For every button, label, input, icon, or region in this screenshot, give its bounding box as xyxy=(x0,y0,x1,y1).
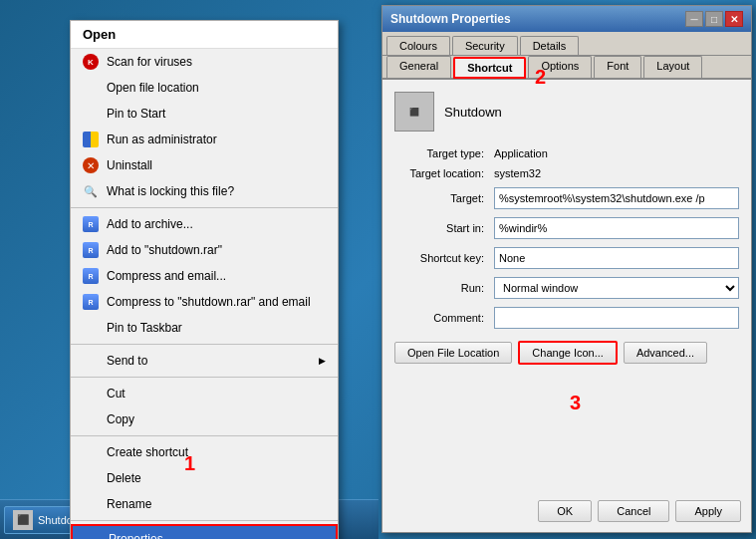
uninstall-icon: ✕ xyxy=(83,157,99,173)
dialog-footer: OK Cancel Apply xyxy=(538,500,741,522)
winrar-icon-2: R xyxy=(83,242,99,258)
open-file-location-button[interactable]: Open File Location xyxy=(394,342,512,364)
input-target[interactable] xyxy=(494,187,739,209)
ok-button[interactable]: OK xyxy=(538,500,592,522)
input-comment[interactable] xyxy=(494,307,739,329)
menu-item-cut[interactable]: Cut xyxy=(71,381,338,406)
separator-4 xyxy=(71,435,338,436)
annotation-1: 1 xyxy=(184,452,195,475)
change-icon-button[interactable]: Change Icon... xyxy=(518,341,618,365)
winrar-icon-4: R xyxy=(83,294,99,310)
properties-icon xyxy=(85,531,101,539)
tab-row-bottom: General Shortcut Options Font Layout xyxy=(382,56,751,80)
shutdown-properties-dialog: Shutdown Properties ─ □ ✕ Colours Securi… xyxy=(381,5,752,533)
copy-icon xyxy=(83,411,99,427)
field-target-type: Target type: Application xyxy=(394,147,739,159)
menu-item-pin-start[interactable]: Pin to Start xyxy=(71,101,338,127)
menu-item-send-to[interactable]: Send to xyxy=(71,348,338,374)
value-target-type: Application xyxy=(494,147,739,159)
field-shortcut-key: Shortcut key: xyxy=(394,247,739,269)
cut-icon xyxy=(83,386,99,402)
field-target-location: Target location: system32 xyxy=(394,167,739,179)
menu-item-properties[interactable]: Properties xyxy=(71,524,338,539)
desktop: Open K Scan for viruses Open file locati… xyxy=(0,0,756,539)
menu-item-add-rar[interactable]: R Add to "shutdown.rar" xyxy=(71,237,338,263)
tab-row-top: Colours Security Details xyxy=(382,32,751,56)
winrar-icon-3: R xyxy=(83,268,99,284)
input-shortcut-key[interactable] xyxy=(494,247,739,269)
menu-item-compress-rar-email[interactable]: R Compress to "shutdown.rar" and email xyxy=(71,289,338,315)
pin-icon xyxy=(83,106,99,122)
lock-icon: 🔍 xyxy=(83,183,99,199)
menu-item-compress-email[interactable]: R Compress and email... xyxy=(71,263,338,289)
taskbar-pin-icon xyxy=(83,320,99,336)
separator-2 xyxy=(71,344,338,345)
menu-item-delete[interactable]: Delete xyxy=(71,465,338,491)
field-run: Run: Normal window xyxy=(394,277,739,299)
select-run[interactable]: Normal window xyxy=(494,277,739,299)
label-start-in: Start in: xyxy=(394,222,494,234)
dialog-action-buttons: Open File Location Change Icon... Advanc… xyxy=(394,341,739,369)
separator-1 xyxy=(71,207,338,208)
annotation-3: 3 xyxy=(570,392,581,414)
shortcut-icon xyxy=(83,444,99,460)
tab-colours[interactable]: Colours xyxy=(386,36,450,55)
tab-font[interactable]: Font xyxy=(594,56,641,78)
menu-item-open-location[interactable]: Open file location xyxy=(71,75,338,101)
winrar-icon-1: R xyxy=(83,216,99,232)
cancel-button[interactable]: Cancel xyxy=(598,500,669,522)
label-target: Target: xyxy=(394,192,494,204)
minimize-button[interactable]: ─ xyxy=(685,11,703,27)
delete-icon xyxy=(83,470,99,486)
advanced-button[interactable]: Advanced... xyxy=(624,342,707,364)
field-comment: Comment: xyxy=(394,307,739,329)
menu-item-lock[interactable]: 🔍 What is locking this file? xyxy=(71,178,338,204)
field-target: Target: xyxy=(394,187,739,209)
field-start-in: Start in: xyxy=(394,217,739,239)
menu-item-run-admin[interactable]: Run as administrator xyxy=(71,127,338,152)
menu-item-uninstall[interactable]: ✕ Uninstall xyxy=(71,152,338,178)
context-menu: Open K Scan for viruses Open file locati… xyxy=(70,20,339,539)
menu-item-copy[interactable]: Copy xyxy=(71,406,338,432)
menu-item-rename[interactable]: Rename xyxy=(71,491,338,517)
menu-item-scan[interactable]: K Scan for viruses xyxy=(71,49,338,75)
label-shortcut-key: Shortcut key: xyxy=(394,252,494,264)
menu-item-add-archive[interactable]: R Add to archive... xyxy=(71,211,338,237)
shortcut-icon-box: ⬛ xyxy=(394,92,434,132)
tab-shortcut[interactable]: Shortcut xyxy=(453,57,526,79)
dialog-titlebar: Shutdown Properties ─ □ ✕ xyxy=(382,6,751,32)
kaspersky-icon: K xyxy=(83,54,99,70)
tab-general[interactable]: General xyxy=(386,56,451,78)
menu-item-pin-taskbar[interactable]: Pin to Taskbar xyxy=(71,315,338,341)
dialog-content: ⬛ Shutdown Target type: Application Targ… xyxy=(382,80,751,381)
close-button[interactable]: ✕ xyxy=(725,11,743,27)
folder-icon xyxy=(83,80,99,96)
label-target-type: Target type: xyxy=(394,147,494,159)
shortcut-header: ⬛ Shutdown xyxy=(394,92,739,132)
uac-icon xyxy=(83,132,99,147)
tab-details[interactable]: Details xyxy=(520,36,580,55)
shortcut-name: Shutdown xyxy=(444,105,502,120)
apply-button[interactable]: Apply xyxy=(675,500,741,522)
tab-layout[interactable]: Layout xyxy=(643,56,702,78)
context-menu-header: Open xyxy=(71,21,338,49)
taskbar-app-icon: ⬛ xyxy=(13,510,33,530)
input-start-in[interactable] xyxy=(494,217,739,239)
value-target-location: system32 xyxy=(494,167,739,179)
rename-icon xyxy=(83,496,99,512)
separator-3 xyxy=(71,377,338,378)
tab-security[interactable]: Security xyxy=(452,36,518,55)
shortcut-icon: ⬛ xyxy=(409,108,419,117)
titlebar-buttons: ─ □ ✕ xyxy=(685,11,743,27)
menu-item-create-shortcut[interactable]: Create shortcut xyxy=(71,439,338,465)
label-comment: Comment: xyxy=(394,312,494,324)
label-run: Run: xyxy=(394,282,494,294)
send-icon xyxy=(83,353,99,369)
maximize-button[interactable]: □ xyxy=(705,11,723,27)
separator-5 xyxy=(71,520,338,521)
dialog-title: Shutdown Properties xyxy=(390,12,511,26)
label-target-location: Target location: xyxy=(394,167,494,179)
annotation-2: 2 xyxy=(535,66,546,89)
